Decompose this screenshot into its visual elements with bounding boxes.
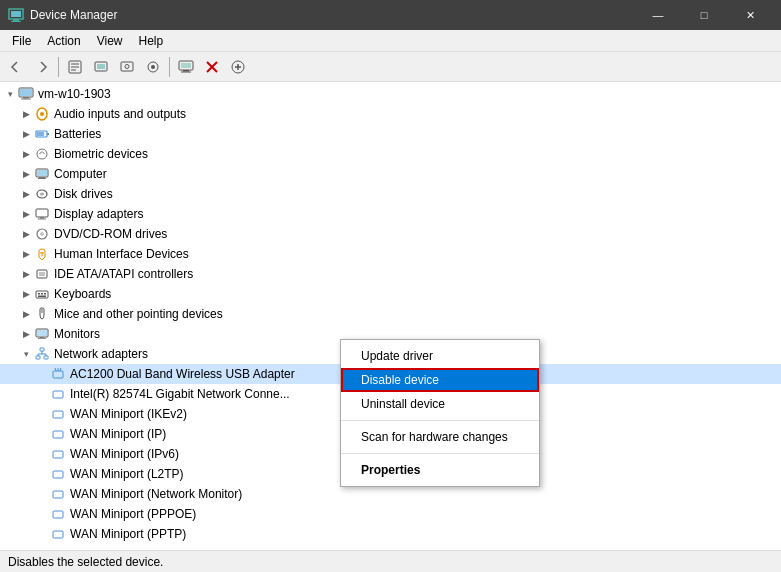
- expand-computer[interactable]: ▶: [18, 166, 34, 182]
- mouse-icon: [34, 306, 50, 322]
- tree-item-biometric[interactable]: ▶ Biometric devices: [0, 144, 781, 164]
- computer-label: Computer: [54, 167, 107, 181]
- svg-rect-31: [37, 132, 44, 136]
- svg-point-11: [125, 64, 129, 68]
- tree-item-ide[interactable]: ▶ IDE ATA/ATAPI controllers: [0, 264, 781, 284]
- intel-icon: [50, 386, 66, 402]
- svg-rect-1: [11, 11, 21, 17]
- expand-audio[interactable]: ▶: [18, 106, 34, 122]
- window-controls: — □ ✕: [635, 0, 773, 30]
- svg-rect-50: [44, 293, 46, 295]
- svg-rect-39: [40, 217, 44, 219]
- svg-rect-3: [11, 21, 21, 22]
- svg-rect-16: [183, 70, 189, 72]
- add-button[interactable]: [226, 55, 250, 79]
- context-uninstall-device[interactable]: Uninstall device: [341, 392, 539, 416]
- tree-item-audio[interactable]: ▶ Audio inputs and outputs: [0, 104, 781, 124]
- svg-point-42: [41, 233, 44, 236]
- wan-netmon-label: WAN Miniport (Network Monitor): [70, 487, 242, 501]
- context-scan-hardware[interactable]: Scan for hardware changes: [341, 425, 539, 449]
- svg-point-28: [40, 112, 44, 116]
- wan-ikev2-label: WAN Miniport (IKEv2): [70, 407, 187, 421]
- svg-rect-46: [39, 272, 45, 276]
- ide-icon: [34, 266, 50, 282]
- mice-label: Mice and other pointing devices: [54, 307, 223, 321]
- menu-help[interactable]: Help: [131, 30, 172, 52]
- tree-item-disk[interactable]: ▶ Disk drives: [0, 184, 781, 204]
- computer-icon-btn[interactable]: [174, 55, 198, 79]
- menu-file[interactable]: File: [4, 30, 39, 52]
- dvd-icon: [34, 226, 50, 242]
- expand-monitors[interactable]: ▶: [18, 326, 34, 342]
- close-button[interactable]: ✕: [727, 0, 773, 30]
- tree-item-computer[interactable]: ▶ Computer: [0, 164, 781, 184]
- expand-keyboards[interactable]: ▶: [18, 286, 34, 302]
- svg-rect-48: [38, 293, 40, 295]
- expand-biometric[interactable]: ▶: [18, 146, 34, 162]
- display-label: Display adapters: [54, 207, 143, 221]
- disk-label: Disk drives: [54, 187, 113, 201]
- svg-rect-15: [181, 63, 191, 68]
- expand-display[interactable]: ▶: [18, 206, 34, 222]
- svg-point-13: [151, 65, 155, 69]
- back-button[interactable]: [4, 55, 28, 79]
- network-icon: [34, 346, 50, 362]
- svg-rect-51: [38, 296, 46, 298]
- show-hidden-button[interactable]: [141, 55, 165, 79]
- menu-action[interactable]: Action: [39, 30, 88, 52]
- wan-ip-icon: [50, 426, 66, 442]
- tree-item-dvd[interactable]: ▶ DVD/CD-ROM drives: [0, 224, 781, 244]
- tree-item-wan-pptp[interactable]: ▶ WAN Miniport (PPTP): [0, 524, 781, 544]
- tree-item-mice[interactable]: ▶ Mice and other pointing devices: [0, 304, 781, 324]
- tree-item-wan-netmon[interactable]: ▶ WAN Miniport (Network Monitor): [0, 484, 781, 504]
- status-text: Disables the selected device.: [8, 555, 163, 569]
- biometric-label: Biometric devices: [54, 147, 148, 161]
- expand-dvd[interactable]: ▶: [18, 226, 34, 242]
- batteries-label: Batteries: [54, 127, 101, 141]
- tree-item-root[interactable]: ▾ vm-w10-1903: [0, 84, 781, 104]
- svg-rect-57: [40, 348, 44, 351]
- wan-l2tp-icon: [50, 466, 66, 482]
- tree-item-keyboards[interactable]: ▶ Keyboards: [0, 284, 781, 304]
- context-update-driver[interactable]: Update driver: [341, 344, 539, 368]
- expand-mice[interactable]: ▶: [18, 306, 34, 322]
- keyboards-label: Keyboards: [54, 287, 111, 301]
- tree-item-batteries[interactable]: ▶ Batteries: [0, 124, 781, 144]
- update-driver-button[interactable]: [89, 55, 113, 79]
- expand-network[interactable]: ▾: [18, 346, 34, 362]
- svg-point-37: [40, 193, 44, 196]
- expand-root[interactable]: ▾: [2, 86, 18, 102]
- tree-item-wan-pppoe[interactable]: ▶ WAN Miniport (PPPOE): [0, 504, 781, 524]
- svg-rect-74: [53, 511, 63, 518]
- forward-button[interactable]: [30, 55, 54, 79]
- ac1200-icon: [50, 366, 66, 382]
- scan-hardware-button[interactable]: [115, 55, 139, 79]
- wan-ipv6-icon: [50, 446, 66, 462]
- svg-rect-34: [39, 177, 45, 178]
- minimize-button[interactable]: —: [635, 0, 681, 30]
- computer-icon: [18, 86, 34, 102]
- properties-button[interactable]: [63, 55, 87, 79]
- context-disable-device[interactable]: Disable device: [341, 368, 539, 392]
- disk-icon: [34, 186, 50, 202]
- maximize-button[interactable]: □: [681, 0, 727, 30]
- svg-rect-56: [38, 338, 46, 339]
- menu-view[interactable]: View: [89, 30, 131, 52]
- root-label: vm-w10-1903: [38, 87, 111, 101]
- expand-ide[interactable]: ▶: [18, 266, 34, 282]
- tree-item-display[interactable]: ▶ Display adapters: [0, 204, 781, 224]
- delete-button[interactable]: [200, 55, 224, 79]
- svg-rect-25: [23, 97, 29, 99]
- svg-rect-30: [47, 133, 49, 135]
- svg-rect-64: [53, 371, 63, 378]
- expand-hid[interactable]: ▶: [18, 246, 34, 262]
- toolbar: [0, 52, 781, 82]
- tree-item-hid[interactable]: ▶ Human Interface Devices: [0, 244, 781, 264]
- status-bar: Disables the selected device.: [0, 550, 781, 572]
- context-properties[interactable]: Properties: [341, 458, 539, 482]
- expand-batteries[interactable]: ▶: [18, 126, 34, 142]
- svg-rect-73: [53, 491, 63, 498]
- device-tree[interactable]: ▾ vm-w10-1903 ▶ Audio inputs: [0, 82, 781, 550]
- expand-disk[interactable]: ▶: [18, 186, 34, 202]
- wan-l2tp-label: WAN Miniport (L2TP): [70, 467, 184, 481]
